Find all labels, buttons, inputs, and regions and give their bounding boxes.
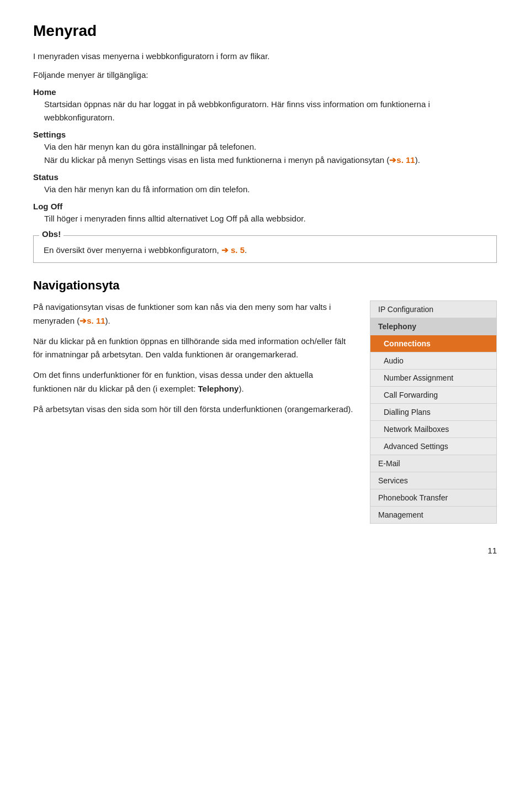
page-title: Menyrad [33, 22, 497, 40]
sidebar-item-label: Advanced Settings [384, 442, 448, 451]
nav-para-1: När du klickar på en funktion öppnas en … [33, 335, 353, 362]
sidebar-item-label: Telephony [378, 322, 416, 331]
sidebar-item[interactable]: Services [370, 472, 496, 489]
term-desc2-settings: När du klickar på menyn Settings visas e… [44, 154, 497, 167]
sidebar-item[interactable]: Connections [370, 335, 496, 352]
sidebar-item-label: Management [378, 510, 423, 519]
term-desc-logoff: Till höger i menyraden finns alltid alte… [44, 212, 497, 225]
sidebar-item-label: Network Mailboxes [384, 425, 449, 434]
term-logoff: Log OffTill höger i menyraden finns allt… [33, 202, 497, 225]
nav-text-block: På navigationsytan visas de funktioner s… [33, 300, 353, 423]
sidebar-item[interactable]: Audio [370, 352, 496, 370]
term-arrow-settings: ➔ [389, 154, 396, 167]
term-status: StatusVia den här menyn kan du få inform… [33, 172, 497, 196]
obs-arrow: ➔ [221, 244, 229, 257]
sidebar-item[interactable]: Phonebook Transfer [370, 489, 496, 507]
sidebar-item[interactable]: Advanced Settings [370, 438, 496, 455]
term-settings: SettingsVia den här menyn kan du göra in… [33, 130, 497, 167]
sidebar-item-label: Phonebook Transfer [378, 493, 448, 502]
term-title-settings: Settings [33, 130, 497, 139]
nav-arrow-0: ➔ [80, 314, 87, 328]
page-number: 11 [33, 546, 497, 555]
intro-text: I menyraden visas menyerna i webbkonfigu… [33, 50, 497, 63]
sidebar-item-label: Dialling Plans [384, 408, 431, 416]
term-desc-status: Via den här menyn kan du få information … [44, 183, 497, 196]
sidebar-item-label: IP Configuration [378, 305, 433, 314]
sidebar-item-label: Services [378, 476, 408, 485]
nav-para-0: På navigationsytan visas de funktioner s… [33, 300, 353, 328]
intro-block: I menyraden visas menyerna i webbkonfigu… [33, 50, 497, 82]
sidebar-item-label: Audio [384, 356, 404, 365]
nav-link-0[interactable]: s. 11 [87, 316, 105, 325]
obs-text: En översikt över menyerna i webbkonfigur… [44, 244, 486, 257]
sidebar-item-label: Call Forwarding [384, 391, 438, 399]
nav-sidebar: IP ConfigurationTelephonyConnectionsAudi… [370, 300, 497, 524]
term-title-home: Home [33, 87, 497, 97]
nav-section: På navigationsytan visas de funktioner s… [33, 300, 497, 524]
available-menus-label: Följande menyer är tillgängliga: [33, 68, 497, 82]
term-desc-settings: Via den här menyn kan du göra inställnin… [44, 140, 497, 154]
term-home: HomeStartsidan öppnas när du har loggat … [33, 87, 497, 124]
sidebar-item-label: Connections [384, 339, 431, 348]
obs-label: Obs! [39, 229, 63, 239]
term-desc-home: Startsidan öppnas när du har loggat in p… [44, 98, 497, 124]
sidebar-item[interactable]: Telephony [370, 318, 496, 335]
term-title-logoff: Log Off [33, 202, 497, 211]
sidebar-item[interactable]: Dialling Plans [370, 404, 496, 421]
sidebar-item[interactable]: Management [370, 507, 496, 523]
terms-list: HomeStartsidan öppnas när du har loggat … [33, 87, 497, 225]
obs-end: . [245, 245, 247, 255]
obs-main-text: En översikt över menyerna i webbkonfigur… [44, 245, 219, 255]
nav-para-2: Om det finns underfunktioner för en funk… [33, 368, 353, 396]
sidebar-item[interactable]: Call Forwarding [370, 387, 496, 404]
obs-link[interactable]: s. 5 [231, 245, 245, 255]
nav-para-3: På arbetsytan visas den sida som hör til… [33, 403, 353, 416]
sidebar-item[interactable]: IP Configuration [370, 301, 496, 318]
sidebar-item-label: Number Assignment [384, 373, 453, 382]
sidebar-item[interactable]: Number Assignment [370, 370, 496, 387]
obs-box: Obs! En översikt över menyerna i webbkon… [33, 235, 497, 263]
sidebar-item[interactable]: Network Mailboxes [370, 421, 496, 438]
nav-section-heading: Navigationsyta [33, 278, 497, 293]
term-title-status: Status [33, 172, 497, 182]
sidebar-item[interactable]: E-Mail [370, 455, 496, 472]
sidebar-item-label: E-Mail [378, 459, 400, 468]
nav-bold-2: Telephony [198, 384, 239, 393]
term-link-settings[interactable]: s. 11 [396, 155, 415, 165]
